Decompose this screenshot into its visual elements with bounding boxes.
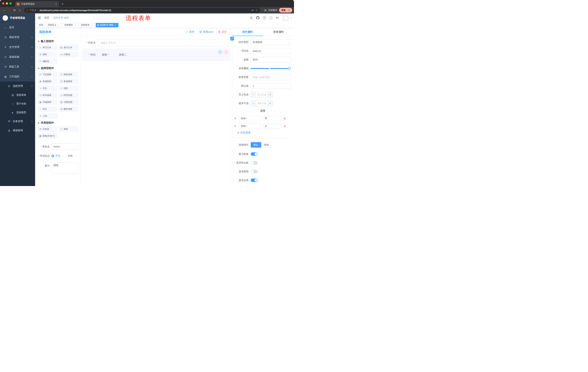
minus-button[interactable]: − [251,101,256,106]
sidebar-item-process-form[interactable]: 流程表单 [0,91,35,99]
nav-tag-process-definition[interactable]: 流程定义 × [46,23,62,27]
help-icon[interactable]: ? [261,14,267,21]
palette-item-checkbox-group[interactable]: 多选框组 [59,79,78,84]
clear-button[interactable]: 清空 [218,30,227,34]
tag-close-icon[interactable]: × [57,24,60,26]
field-name-input[interactable] [251,48,291,54]
plus-button[interactable]: + [267,101,273,106]
browser-menu-icon[interactable]: ⋮ [287,9,291,12]
canvas-gender-field-selected[interactable]: *性别 选项一 选项二 [82,48,231,61]
style-default-button[interactable]: 默认 [251,142,261,148]
palette-item-rate[interactable]: 评分 [38,106,57,112]
palette-item-switch[interactable]: 开关 [38,85,57,91]
palette-item-textarea[interactable]: 多行文本 [59,45,78,50]
security-warning-icon[interactable]: ⚠ [26,9,28,11]
nav-tag-process-form[interactable]: 流程表单 × [79,23,94,27]
form-name-input[interactable] [52,143,78,149]
nav-tag-process-model[interactable]: 流程模型 × [63,23,78,27]
tag-close-icon[interactable]: × [90,24,93,26]
palette-item-time-range[interactable]: 时间范围 [59,93,78,98]
checkbox-icon[interactable] [98,53,100,56]
drag-handle-icon[interactable] [234,117,238,120]
plus-button[interactable]: + [267,92,273,97]
palette-item-password[interactable]: 密码 [38,52,57,57]
drag-handle-icon[interactable] [234,125,238,128]
stepper-placeholder[interactable]: 至少应选 [256,92,267,97]
palette-item-row-container[interactable]: 行容器 [38,126,57,132]
palette-item-time-picker[interactable]: 时间选择 [38,93,57,98]
sidebar-item-task-management[interactable]: 任务管理 [0,117,35,126]
tag-close-icon[interactable]: × [114,24,117,26]
palette-item-cascader[interactable]: 级联选择 [59,72,78,77]
style-button-button[interactable]: 按钮 [261,142,272,148]
palette-item-date-range[interactable]: 日期范围 [59,99,78,105]
sidebar-item-leave-query[interactable]: 请假查询 [0,126,35,135]
new-tab-button[interactable]: + [62,2,63,6]
tab-close-icon[interactable]: × [55,2,57,5]
palette-item-button[interactable]: 按钮 [59,126,78,132]
option1-value-input[interactable] [263,116,281,121]
status-radio-on[interactable]: 开启 [52,154,60,158]
github-icon[interactable] [255,14,261,21]
home-button[interactable]: ⌂ [17,9,22,12]
option1-label-input[interactable] [239,116,261,121]
tab-component-props[interactable]: 组件属性 [232,28,263,36]
update-button[interactable]: 更新 ⋮ [279,8,292,12]
palette-item-date-picker[interactable]: 日期选择 [38,99,57,105]
gender-checkbox-option2[interactable]: 选项二 [115,53,126,56]
nav-tag-process-form-edit[interactable]: 流程表单-编辑 × [96,23,118,27]
forward-button[interactable]: → [7,9,12,12]
address-bar[interactable]: ⚠ 不安全 dashboard.yudao.iocoder.cn/bpm/man… [24,8,260,13]
palette-item-editor[interactable]: 编辑器 [38,59,57,64]
disabled-switch[interactable] [251,170,258,173]
title-input[interactable] [251,57,291,63]
copy-field-button[interactable] [218,50,222,54]
component-type-select[interactable]: 多选框组 [251,39,291,45]
hamburger-button[interactable] [35,13,44,22]
remove-option-button[interactable] [284,125,286,128]
palette-item-slider[interactable]: 滑块 [59,85,78,91]
browser-tab[interactable]: 芋道管理系统 × [15,1,59,7]
gender-checkbox-option1[interactable]: 选项一 [98,53,109,56]
sidebar-logo[interactable]: 芋道管理系统 [0,13,35,22]
minus-button[interactable]: − [251,92,256,97]
canvas-gender-field[interactable]: *性别 选项一 选项二 [84,53,228,56]
breadcrumb-home[interactable]: 首页 [44,16,49,20]
sidebar-item-process-management[interactable]: 流程管理 [0,82,35,91]
palette-item-table[interactable]: 表格[开发中] [38,133,57,139]
option2-value-input[interactable] [263,123,281,129]
label-width-input[interactable] [251,74,291,80]
reload-button[interactable]: ⟳ [12,9,17,12]
minimize-window-button[interactable] [6,2,8,5]
bookmark-star-icon[interactable]: ☆ [256,9,258,12]
tag-close-icon[interactable]: × [74,24,76,26]
avatar[interactable] [282,15,289,21]
checkbox-icon[interactable] [115,53,117,56]
palette-item-upload[interactable]: 上传 [38,113,57,119]
sidebar-item-workflow[interactable]: 工作流程 [0,72,35,82]
required-switch[interactable] [251,179,258,182]
status-radio-off[interactable]: 关闭 [64,154,73,158]
slider-track[interactable] [251,68,290,69]
add-option-button[interactable]: 添加选项 [237,131,291,134]
sidebar-item-home[interactable]: 首页 [0,22,35,32]
palette-item-counter[interactable]: 123计数器 [59,52,78,57]
default-value-input[interactable] [251,83,291,89]
canvas-phone-field[interactable]: *手机号 [84,40,229,46]
key-icon[interactable] [251,9,254,12]
zoom-window-button[interactable] [10,2,12,5]
sidebar-item-payment[interactable]: 支付管理 [0,42,35,52]
nav-tag-home[interactable]: 首页 [37,23,45,27]
palette-item-radio-group[interactable]: 单选框组 [38,79,57,84]
url-text[interactable]: dashboard.yudao.iocoder.cn/bpm/manager/f… [40,9,250,12]
sidebar-item-infrastructure[interactable]: 基础设施 [0,52,35,62]
option2-label-input[interactable] [239,123,261,129]
phone-input[interactable] [98,40,229,46]
view-json-button[interactable]: 查看json [199,30,213,34]
palette-item-select[interactable]: 下拉选择 [38,72,57,77]
remove-option-button[interactable] [284,117,286,120]
close-window-button[interactable] [2,2,4,5]
chain-link-icon[interactable] [230,37,234,40]
slider-handle[interactable] [288,67,291,70]
grid-slider[interactable] [251,65,291,71]
